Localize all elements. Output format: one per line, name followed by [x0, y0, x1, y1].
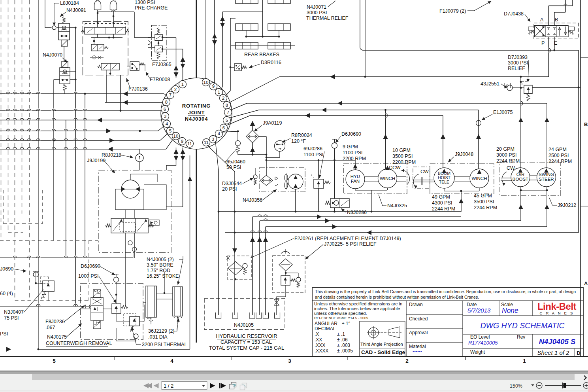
svg-text:Link-Belt: Link-Belt	[537, 301, 577, 312]
svg-text:Drawn: Drawn	[409, 302, 423, 307]
svg-text:11: 11	[204, 140, 209, 145]
svg-text:2: 2	[405, 358, 409, 364]
svg-text:N3J0286: N3J0286	[347, 210, 367, 215]
svg-text:ANGULAR: ANGULAR	[315, 321, 337, 326]
svg-text:D3R0116: D3R0116	[261, 60, 281, 65]
svg-text:D6J0690: D6J0690	[81, 263, 100, 269]
svg-text:Weight: Weight	[470, 349, 485, 355]
svg-text:69J0286: 69J0286	[303, 146, 322, 151]
svg-text:R8R0024: R8R0024	[291, 133, 312, 138]
svg-text:3500 PSI: 3500 PSI	[392, 153, 413, 159]
svg-text:4: 4	[218, 131, 220, 136]
svg-text:10: 10	[204, 80, 209, 85]
svg-text:Checked: Checked	[409, 316, 428, 322]
svg-text:± .1: ± .1	[337, 331, 345, 337]
svg-text:7: 7	[227, 110, 229, 115]
svg-text:3: 3	[212, 137, 214, 142]
svg-text:60 (4): 60 (4)	[0, 291, 13, 296]
svg-text:2: 2	[174, 87, 177, 92]
svg-text:150%: 150%	[510, 383, 522, 389]
svg-text:D3J0544: D3J0544	[222, 181, 242, 186]
svg-text:11: 11	[187, 141, 192, 146]
svg-text:2: 2	[222, 96, 224, 100]
svg-text:CAPACITY = 153 GAL: CAPACITY = 153 GAL	[220, 339, 272, 345]
svg-text:10: 10	[173, 134, 179, 138]
svg-text:1.75" ROD: 1.75" ROD	[147, 268, 170, 273]
svg-text:4300 PSI: 4300 PSI	[432, 200, 452, 206]
svg-text:RELIEF: RELIEF	[508, 66, 525, 71]
svg-text:24 GPM: 24 GPM	[548, 147, 567, 152]
svg-text:CCW: CCW	[389, 165, 401, 170]
svg-text:5/7/2013: 5/7/2013	[467, 307, 491, 314]
svg-text:N4J0405 S: N4J0405 S	[539, 337, 576, 346]
svg-text:.XX: .XX	[315, 337, 322, 343]
svg-text:2244 RPM: 2244 RPM	[496, 158, 520, 164]
svg-text:4: 4	[166, 121, 168, 126]
svg-text:COUNTERWEIGH REMOVAL: COUNTERWEIGH REMOVAL	[46, 341, 112, 346]
svg-text:D6J0690: D6J0690	[341, 131, 361, 137]
svg-text:± 1°: ± 1°	[342, 321, 351, 326]
svg-text:This drawing is the property o: This drawing is the property of Link-Bel…	[315, 289, 576, 294]
svg-text:1: 1	[218, 90, 220, 95]
svg-text:D7J0393: D7J0393	[508, 55, 528, 60]
svg-text:9 GPM: 9 GPM	[343, 144, 358, 150]
svg-text:J9J0199: J9J0199	[87, 158, 106, 163]
svg-text:8: 8	[165, 100, 168, 104]
svg-text:REFERENCE ASME Y14.5 - 2009: REFERENCE ASME Y14.5 - 2009	[314, 316, 368, 320]
svg-text:F7R0008: F7R0008	[150, 77, 170, 82]
svg-text:9: 9	[181, 139, 183, 144]
svg-text:43J2551: 43J2551	[481, 81, 499, 87]
svg-text:50 PSI: 50 PSI	[226, 165, 241, 170]
svg-text:R8J0218: R8J0218	[102, 152, 121, 158]
svg-text:6: 6	[164, 107, 166, 112]
svg-text:CW: CW	[507, 165, 515, 171]
svg-text:D7J0438: D7J0438	[504, 11, 524, 17]
svg-text:inches. The tolerances below: inches. The tolerances below are applica…	[314, 306, 400, 311]
svg-text:A: A	[584, 280, 588, 286]
svg-text:EO Level: EO Level	[470, 334, 490, 340]
svg-text:1 / 2: 1 / 2	[164, 383, 173, 389]
svg-text:2244 RPM: 2244 RPM	[432, 206, 455, 212]
svg-text:C R A N E S: C R A N E S	[540, 311, 574, 315]
svg-text:± .003: ± .003	[337, 343, 351, 348]
svg-text:36J2129 (2): 36J2129 (2)	[148, 328, 175, 334]
svg-text:1300 PSI: 1300 PSI	[135, 0, 155, 5]
svg-text:3200 PSI THERMAL: 3200 PSI THERMAL	[142, 342, 187, 347]
svg-text:ROTATING: ROTATING	[182, 103, 211, 109]
svg-text:1100 PSI: 1100 PSI	[343, 150, 363, 155]
svg-text:HYD: HYD	[351, 174, 360, 179]
svg-text:8: 8	[226, 103, 228, 108]
svg-text:REAR BRAKES: REAR BRAKES	[244, 52, 279, 57]
svg-text:TELE: TELE	[439, 180, 449, 184]
svg-text:3: 3	[288, 358, 291, 364]
svg-text:Date: Date	[467, 302, 477, 307]
svg-text:CAD - Solid Edge: CAD - Solid Edge	[361, 349, 405, 355]
svg-text:WINCH: WINCH	[472, 176, 487, 181]
svg-text:unless otherwise specified.: unless otherwise specified.	[314, 311, 367, 316]
svg-text:J0690: J0690	[0, 266, 13, 272]
svg-text:3000 PSI: 3000 PSI	[496, 152, 516, 158]
svg-text:N4J0005 (2): N4J0005 (2)	[147, 257, 174, 262]
svg-text:and details contained herein i: and details contained herein is prohibit…	[315, 295, 479, 299]
svg-text:65J0460: 65J0460	[226, 159, 245, 165]
svg-text:N4J0071: N4J0071	[307, 4, 326, 10]
svg-text:F7J0136: F7J0136	[128, 86, 148, 92]
svg-text:7: 7	[169, 93, 172, 97]
svg-text:F8J0236: F8J0236	[45, 319, 65, 324]
svg-text:R177410005: R177410005	[468, 340, 498, 346]
svg-text:WINCH: WINCH	[380, 176, 395, 181]
svg-text:N4J0325: N4J0325	[387, 203, 407, 208]
svg-text:B: B	[584, 121, 588, 127]
svg-text:49 GPM: 49 GPM	[432, 194, 450, 200]
svg-text:.XXXX: .XXXX	[315, 348, 328, 354]
svg-text:2500 PSI: 2500 PSI	[548, 153, 569, 158]
svg-text:F2J0261 (REPLACEMENT ELEMENT D: F2J0261 (REPLACEMENT ELEMENT D7J0149)	[294, 236, 401, 241]
svg-text:DECIMAL: DECIMAL	[315, 326, 336, 331]
svg-text:1: 1	[181, 82, 184, 87]
svg-text:2244 RPM: 2244 RPM	[474, 205, 497, 210]
svg-text:1: 1	[523, 358, 526, 364]
svg-text:E1J0075: E1J0075	[493, 110, 513, 115]
svg-text:120 °F: 120 °F	[291, 138, 306, 144]
svg-text:16.25" STOKE: 16.25" STOKE	[147, 273, 179, 279]
svg-text:N3J0407: N3J0407	[4, 309, 24, 315]
